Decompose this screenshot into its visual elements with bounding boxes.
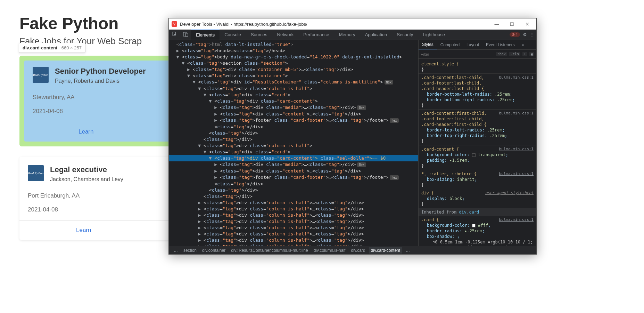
dom-line[interactable]: ▼ <class="tag">div class="container"> [169, 73, 418, 79]
tab-lighthouse[interactable]: Lighthouse [418, 30, 450, 40]
dom-line[interactable]: ▶ <class="tag">div class="column is-half… [169, 218, 418, 225]
dom-line[interactable]: ▼ <class="tag">div id="ResultsContainer"… [169, 79, 418, 86]
inspect-element-icon[interactable] [169, 32, 180, 38]
inherited-header: Inherited from div.card [419, 208, 536, 216]
dom-line[interactable]: ▶ <class="tag">head>…<class="tag">/head> [169, 48, 418, 54]
breadcrumb-item[interactable]: div.card-content [369, 247, 403, 254]
dom-line[interactable]: <class="tag">/div> [169, 181, 418, 187]
job-title: Legal executive [50, 165, 123, 174]
error-badge[interactable]: 1 [510, 32, 520, 37]
tab-sources[interactable]: Sources [246, 30, 272, 40]
learn-link[interactable]: Learn [24, 122, 148, 142]
window-title: Developer Tools - Vivaldi - https://real… [180, 22, 488, 27]
styles-pane: StylesComputedLayoutEvent Listeners» :ho… [418, 40, 536, 246]
dom-line[interactable]: ▶ <class="tag">div class="column is-half… [169, 243, 418, 246]
minimize-button[interactable]: — [490, 22, 503, 27]
dom-breadcrumb[interactable]: …sectiondiv.containerdiv#ResultsContaine… [169, 246, 536, 254]
dom-line[interactable]: ▶ <class="tag">div class="column is-half… [169, 200, 418, 206]
tooltip-selector: div.card-content [23, 45, 57, 50]
dom-line[interactable]: ▼ <class="tag">div class="card-content"> [169, 98, 418, 104]
dom-line[interactable]: ▼ <class="tag">div class="card"> [169, 92, 418, 98]
devtools-window: V Developer Tools - Vivaldi - https://re… [168, 18, 537, 255]
dom-line[interactable]: ▼ <class="tag">section class="section"> [169, 60, 418, 66]
breadcrumb-item[interactable]: div.column.is-half [312, 247, 348, 254]
company-logo: Real Python [28, 165, 44, 181]
styles-filter[interactable] [421, 52, 494, 56]
maximize-button[interactable]: ☐ [506, 22, 518, 27]
tab-console[interactable]: Console [220, 30, 246, 40]
job-company: Payne, Roberts and Davis [55, 78, 146, 84]
breadcrumb-item[interactable]: … [172, 247, 180, 254]
dom-line[interactable]: ▶ <class="tag">div class="container mb-5… [169, 66, 418, 73]
css-rule[interactable]: *, ::after, ::before {bulma.min.css:1box… [419, 170, 536, 189]
dom-line[interactable]: ▶ <class="tag">div class="column is-half… [169, 237, 418, 243]
tab-application[interactable]: Application [360, 30, 392, 40]
breadcrumb-item[interactable]: section [181, 247, 199, 254]
dom-line[interactable]: <class="tag">/div> [169, 193, 418, 200]
dom-line[interactable]: ▼ <class="tag">div class="column is-half… [169, 86, 418, 92]
more-icon[interactable]: ⋮ [530, 32, 534, 37]
dom-line[interactable]: ▶ <class="tag">footer class="card-footer… [169, 174, 418, 181]
tooltip-dimensions: 660 × 257 [61, 45, 82, 50]
dom-line[interactable]: ▶ <class="tag">div class="column is-half… [169, 206, 418, 212]
css-rule[interactable]: .card {bulma.min.css:1background-color: … [419, 216, 536, 246]
job-title: Senior Python Developer [55, 67, 146, 76]
dom-tree[interactable]: <class="tag">html data-lt-installed="tru… [169, 40, 418, 246]
breadcrumb-item[interactable]: … [404, 247, 412, 254]
job-company: Jackson, Chambers and Levy [50, 176, 123, 183]
styles-tab-styles[interactable]: Styles [419, 40, 437, 49]
styles-tab-computed[interactable]: Computed [437, 40, 463, 49]
inspector-tooltip: div.card-content 660 × 257 [19, 43, 85, 53]
dom-line[interactable]: ▼ <class="tag">div class="card"> [169, 149, 418, 155]
dom-line[interactable]: <class="tag">/div> [169, 136, 418, 143]
css-rule[interactable]: element.style {} [419, 60, 536, 74]
toggle-sidebar-icon[interactable]: ▣ [529, 52, 534, 56]
learn-link[interactable]: Learn [19, 220, 148, 240]
styles-tabs: StylesComputedLayoutEvent Listeners» [419, 40, 536, 50]
css-rule[interactable]: .card-content:last-child, .card-footer:l… [419, 74, 536, 110]
dom-line[interactable]: ▶ <class="tag">div class="content">…<cla… [169, 111, 418, 117]
dom-line[interactable]: <class="tag">/div> [169, 124, 418, 130]
dom-line[interactable]: <class="tag">html data-lt-installed="tru… [169, 41, 418, 48]
dom-line[interactable]: ▶ <class="tag">div class="media">…<class… [169, 161, 418, 168]
dom-line[interactable]: ▶ <class="tag">div class="media">…<class… [169, 104, 418, 111]
css-rule[interactable]: .card-content {bulma.min.css:1background… [419, 145, 536, 170]
window-titlebar[interactable]: V Developer Tools - Vivaldi - https://re… [169, 18, 536, 30]
dom-line[interactable]: <class="tag">/div> [169, 130, 418, 136]
dom-line[interactable]: ▼ <class="tag">body data-new-gr-c-s-chec… [169, 54, 418, 60]
add-rule-icon[interactable]: + [522, 52, 527, 56]
breadcrumb-item[interactable]: div.container [200, 247, 228, 254]
dom-line[interactable]: ▶ <class="tag">div class="column is-half… [169, 225, 418, 231]
svg-rect-2 [185, 33, 188, 36]
company-logo: Real Python [33, 67, 49, 83]
tab-performance[interactable]: Performance [298, 30, 334, 40]
dom-line[interactable]: ▶ <class="tag">div class="column is-half… [169, 231, 418, 237]
dom-line[interactable]: ▶ <class="tag">div class="column is-half… [169, 212, 418, 218]
dom-line[interactable]: ▼ <class="tag">div class="column is-half… [169, 143, 418, 149]
tab-network[interactable]: Network [272, 30, 299, 40]
styles-tabs-more[interactable]: » [518, 40, 528, 49]
tab-elements[interactable]: Elements [191, 30, 220, 40]
hov-button[interactable]: :hov [496, 52, 507, 56]
devtools-tabs: ElementsConsoleSourcesNetworkPerformance… [169, 30, 536, 40]
styles-rules[interactable]: element.style {}.card-content:last-child… [419, 59, 536, 246]
styles-tab-layout[interactable]: Layout [463, 40, 482, 49]
settings-icon[interactable]: ⚙ [523, 32, 527, 37]
css-rule[interactable]: div {user agent stylesheetdisplay: block… [419, 189, 536, 208]
styles-tab-event-listeners[interactable]: Event Listeners [482, 40, 518, 49]
dom-line[interactable]: ▼ <class="tag">div class="card-content">… [169, 155, 418, 161]
breadcrumb-item[interactable]: div.card [349, 247, 367, 254]
dom-line[interactable]: ▶ <class="tag">footer class="card-footer… [169, 117, 418, 124]
close-button[interactable]: ✕ [521, 22, 534, 27]
device-toolbar-icon[interactable] [180, 32, 191, 38]
cls-button[interactable]: .cls [509, 52, 520, 56]
dom-line[interactable]: <class="tag">/div> [169, 187, 418, 193]
breadcrumb-item[interactable]: div#ResultsContainer.columns.is-multilin… [229, 247, 310, 254]
vivaldi-icon: V [172, 21, 177, 27]
tab-memory[interactable]: Memory [334, 30, 360, 40]
tab-security[interactable]: Security [392, 30, 418, 40]
dom-line[interactable]: ▶ <class="tag">div class="content">…<cla… [169, 168, 418, 174]
css-rule[interactable]: .card-content:first-child, .card-footer:… [419, 110, 536, 145]
